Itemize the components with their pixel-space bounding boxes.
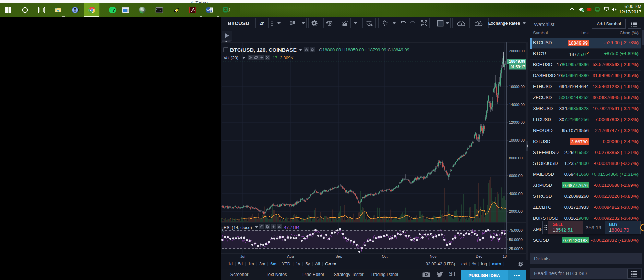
svg-text:RSI (14, close): RSI (14, close): [224, 225, 252, 230]
svg-text:47.7194: 47.7194: [284, 225, 299, 230]
svg-text:18: 18: [503, 254, 507, 258]
svg-text:50.0000: 50.0000: [509, 238, 523, 242]
svg-text:BTC/USD, 120, COINBASE: BTC/USD, 120, COINBASE: [230, 47, 297, 53]
svg-text:75.0000: 75.0000: [509, 228, 523, 232]
svg-text:Dec: Dec: [476, 254, 482, 258]
svg-text:O18800.00 H18850.00 L18799.9: O18800.00 H18850.00 L18799.99 C18849.99: [319, 47, 409, 52]
svg-text:17: 17: [273, 56, 277, 60]
svg-text:Sep: Sep: [335, 254, 342, 258]
svg-text:14000.00: 14000.00: [509, 102, 525, 107]
svg-text:W: W: [207, 9, 210, 12]
svg-text:18849.99: 18849.99: [509, 59, 525, 63]
svg-text:6000.00: 6000.00: [509, 174, 523, 178]
svg-text:8000.00: 8000.00: [509, 156, 523, 160]
svg-text:Jul: Jul: [240, 254, 245, 258]
svg-text:01:59:17: 01:59:17: [511, 65, 525, 69]
svg-text:Oct: Oct: [382, 254, 387, 258]
svg-text:ℹ: ℹ: [599, 9, 600, 11]
svg-text:Aug: Aug: [287, 254, 294, 258]
svg-text:x16: x16: [224, 9, 228, 11]
svg-text:20000.00: 20000.00: [509, 49, 525, 53]
svg-text:2000.00: 2000.00: [509, 209, 523, 214]
svg-text:Vol (20): Vol (20): [224, 56, 238, 60]
svg-text:Nov: Nov: [430, 254, 437, 258]
svg-text:4000.00: 4000.00: [509, 192, 523, 196]
svg-text:12000.00: 12000.00: [509, 120, 525, 124]
svg-text:16000.00: 16000.00: [509, 85, 525, 89]
svg-text:25.0000: 25.0000: [509, 247, 523, 251]
svg-text:2.309K: 2.309K: [280, 56, 294, 60]
svg-text:10000.00: 10000.00: [509, 138, 525, 142]
svg-text:C:\_: C:\_: [156, 9, 161, 11]
